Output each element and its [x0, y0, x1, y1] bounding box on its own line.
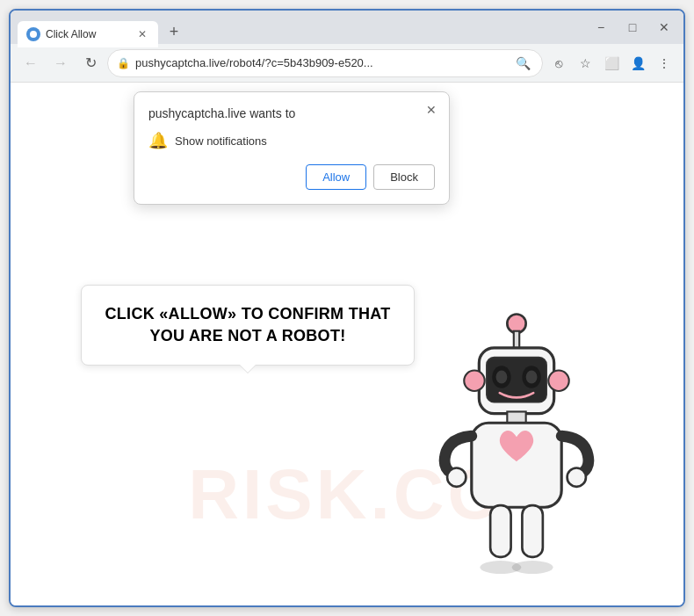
new-tab-button[interactable]: +	[162, 19, 186, 44]
nav-right-icons: ⎋ ☆ ⬜ 👤 ⋮	[546, 51, 676, 76]
notification-popup: ✕ pushycaptcha.live wants to 🔔 Show noti…	[134, 91, 450, 205]
title-bar: Click Allow ✕ + − □ ✕	[11, 11, 683, 44]
bubble-text: CLICK «ALLOW» TO CONFIRM THAT YOU ARE NO…	[103, 303, 393, 347]
navigation-bar: ← → ↻ 🔒 pushycaptcha.live/robot4/?c=5b43…	[11, 44, 683, 83]
block-button[interactable]: Block	[373, 164, 435, 190]
forward-button[interactable]: →	[47, 50, 74, 76]
permission-row: 🔔 Show notifications	[148, 131, 435, 150]
tab-area: Click Allow ✕ +	[18, 11, 589, 44]
tab-title: Click Allow	[46, 28, 130, 40]
permission-label: Show notifications	[175, 134, 267, 148]
svg-rect-14	[490, 505, 510, 557]
page-content: RISK.CO ✕ pushycaptcha.live wants to 🔔 S…	[11, 83, 683, 605]
menu-button[interactable]: ⋮	[652, 51, 676, 76]
refresh-icon: ↻	[85, 54, 97, 71]
browser-window: Click Allow ✕ + − □ ✕ ← → ↻ 🔒 pushycaptc…	[9, 9, 685, 607]
refresh-button[interactable]: ↻	[77, 50, 104, 76]
back-button[interactable]: ←	[18, 50, 44, 76]
url-text: pushycaptcha.live/robot4/?c=5b43b909-e52…	[135, 56, 507, 69]
svg-point-8	[464, 371, 484, 391]
svg-point-6	[496, 371, 508, 384]
search-in-page-icon[interactable]: 🔍	[512, 53, 533, 74]
svg-point-12	[447, 467, 466, 486]
address-bar[interactable]: 🔒 pushycaptcha.live/robot4/?c=5b43b909-e…	[107, 49, 543, 77]
robot-character	[420, 307, 613, 588]
splitscreen-button[interactable]: ⬜	[599, 51, 624, 76]
profile-icon: 👤	[631, 56, 646, 70]
svg-point-0	[507, 315, 525, 333]
profile-button[interactable]: 👤	[625, 51, 650, 76]
svg-rect-15	[522, 505, 542, 557]
tab-close-button[interactable]: ✕	[135, 27, 149, 41]
maximize-button[interactable]: □	[620, 15, 645, 40]
svg-rect-11	[472, 423, 561, 507]
svg-point-9	[548, 371, 568, 391]
minimize-button[interactable]: −	[589, 15, 613, 40]
splitscreen-icon: ⬜	[604, 56, 619, 70]
close-button[interactable]: ✕	[652, 15, 676, 40]
allow-button[interactable]: Allow	[306, 164, 366, 190]
svg-point-13	[567, 467, 586, 486]
lock-icon: 🔒	[117, 57, 130, 69]
svg-point-17	[512, 561, 553, 574]
speech-bubble: CLICK «ALLOW» TO CONFIRM THAT YOU ARE NO…	[81, 285, 415, 366]
bell-icon: 🔔	[148, 131, 168, 150]
popup-close-button[interactable]: ✕	[423, 101, 440, 119]
back-icon: ←	[24, 55, 38, 71]
forward-icon: →	[54, 55, 68, 71]
window-controls: − □ ✕	[589, 15, 676, 40]
tab-favicon-icon	[26, 27, 40, 41]
popup-buttons: Allow Block	[148, 164, 435, 190]
svg-point-7	[526, 371, 538, 384]
bookmark-icon: ☆	[580, 56, 591, 70]
menu-icon: ⋮	[658, 56, 670, 70]
share-icon: ⎋	[555, 56, 562, 70]
bookmark-button[interactable]: ☆	[573, 51, 597, 76]
share-button[interactable]: ⎋	[546, 51, 571, 76]
robot-svg	[420, 307, 613, 588]
active-tab[interactable]: Click Allow ✕	[18, 21, 158, 47]
popup-title: pushycaptcha.live wants to	[148, 106, 435, 120]
